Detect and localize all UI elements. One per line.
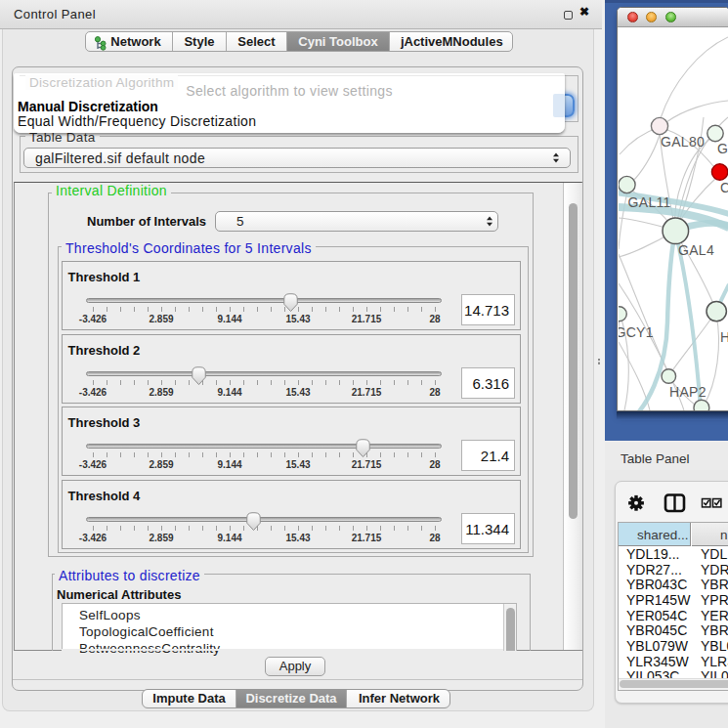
svg-text:HAP2: HAP2 — [669, 384, 707, 400]
svg-text:GAL4: GAL4 — [678, 242, 714, 258]
svg-text:CY: CY — [720, 180, 728, 195]
svg-text:GAL11: GAL11 — [628, 194, 671, 210]
svg-text:GAL80: GAL80 — [661, 134, 705, 150]
svg-text:H: H — [720, 329, 728, 345]
svg-text:GCY1: GCY1 — [619, 324, 654, 340]
svg-text:GA: GA — [717, 141, 728, 156]
